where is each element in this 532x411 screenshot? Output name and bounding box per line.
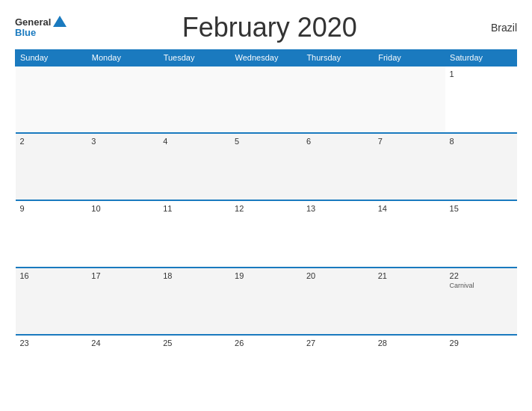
calendar-cell: 18 xyxy=(158,268,230,335)
day-header-saturday: Saturday xyxy=(445,50,517,67)
day-number: 12 xyxy=(235,204,297,213)
day-number: 3 xyxy=(91,137,154,146)
calendar-cell: 13 xyxy=(302,200,374,268)
calendar-cell: 14 xyxy=(374,200,445,268)
day-number: 15 xyxy=(450,204,513,213)
day-number: 26 xyxy=(235,339,297,347)
day-header-sunday: Sunday xyxy=(16,50,87,67)
calendar-cell: 16 xyxy=(16,268,87,335)
calendar-cell: 28 xyxy=(374,335,445,402)
day-number: 27 xyxy=(306,339,369,347)
calendar-cell: 11 xyxy=(158,200,230,268)
day-number: 2 xyxy=(20,137,83,146)
day-number: 18 xyxy=(163,271,226,280)
month-title: February 2020 xyxy=(66,12,472,43)
calendar-table: SundayMondayTuesdayWednesdayThursdayFrid… xyxy=(15,49,517,402)
calendar-cell xyxy=(374,66,445,133)
calendar-cell: 4 xyxy=(158,133,230,200)
calendar-cell: 17 xyxy=(87,268,158,335)
day-number: 28 xyxy=(378,339,441,347)
day-number: 20 xyxy=(306,271,369,280)
calendar-cell: 15 xyxy=(445,200,517,268)
logo-general: General xyxy=(15,17,51,28)
calendar-cell: 6 xyxy=(302,133,374,200)
days-of-week-row: SundayMondayTuesdayWednesdayThursdayFrid… xyxy=(16,50,517,67)
calendar-page: General Blue February 2020 Brazil Sunday… xyxy=(0,0,532,411)
calendar-cell: 29 xyxy=(445,335,517,402)
day-number: 19 xyxy=(235,271,297,280)
day-number: 5 xyxy=(235,137,297,146)
calendar-cell: 25 xyxy=(158,335,230,402)
calendar-cell: 20 xyxy=(302,268,374,335)
calendar-cell: 8 xyxy=(445,133,517,200)
calendar-body: 12345678910111213141516171819202122Carni… xyxy=(16,66,517,402)
header: General Blue February 2020 Brazil xyxy=(15,12,517,43)
day-number: 16 xyxy=(20,271,83,280)
day-number: 25 xyxy=(163,339,226,347)
calendar-cell: 23 xyxy=(16,335,87,402)
day-number: 17 xyxy=(91,271,154,280)
day-header-tuesday: Tuesday xyxy=(158,50,230,67)
calendar-cell: 22Carnival xyxy=(445,268,517,335)
calendar-cell: 24 xyxy=(87,335,158,402)
calendar-cell: 19 xyxy=(230,268,302,335)
calendar-header: SundayMondayTuesdayWednesdayThursdayFrid… xyxy=(16,50,517,67)
day-number: 8 xyxy=(450,137,513,146)
week-row-1: 1 xyxy=(16,66,517,133)
day-number: 4 xyxy=(163,137,226,146)
calendar-cell xyxy=(302,66,374,133)
day-number: 23 xyxy=(20,339,83,347)
day-number: 29 xyxy=(450,339,513,347)
day-header-thursday: Thursday xyxy=(302,50,374,67)
day-number: 13 xyxy=(306,204,369,213)
calendar-cell: 10 xyxy=(87,200,158,268)
day-number: 6 xyxy=(306,137,369,146)
logo: General Blue xyxy=(15,17,66,39)
logo-triangle-icon xyxy=(53,16,66,27)
day-number: 10 xyxy=(91,204,154,213)
calendar-cell: 3 xyxy=(87,133,158,200)
day-number: 22 xyxy=(450,271,513,280)
calendar-cell xyxy=(16,66,87,133)
calendar-cell: 27 xyxy=(302,335,374,402)
week-row-4: 16171819202122Carnival xyxy=(16,268,517,335)
day-number: 21 xyxy=(378,271,441,280)
day-header-monday: Monday xyxy=(87,50,158,67)
calendar-cell: 2 xyxy=(16,133,87,200)
day-number: 11 xyxy=(163,204,226,213)
day-number: 9 xyxy=(20,204,83,213)
week-row-5: 23242526272829 xyxy=(16,335,517,402)
calendar-cell xyxy=(230,66,302,133)
logo-blue: Blue xyxy=(15,28,66,38)
calendar-cell: 9 xyxy=(16,200,87,268)
logo-row1: General xyxy=(15,17,66,28)
calendar-cell xyxy=(87,66,158,133)
logo-block: General Blue xyxy=(15,17,66,39)
calendar-cell: 26 xyxy=(230,335,302,402)
calendar-cell xyxy=(158,66,230,133)
calendar-cell: 5 xyxy=(230,133,302,200)
week-row-2: 2345678 xyxy=(16,133,517,200)
calendar-cell: 7 xyxy=(374,133,445,200)
calendar-cell: 12 xyxy=(230,200,302,268)
day-number: 24 xyxy=(91,339,154,347)
day-header-friday: Friday xyxy=(374,50,445,67)
day-number: 14 xyxy=(378,204,441,213)
day-header-wednesday: Wednesday xyxy=(230,50,302,67)
calendar-cell: 21 xyxy=(374,268,445,335)
calendar-cell: 1 xyxy=(445,66,517,133)
event-label: Carnival xyxy=(450,282,513,289)
day-number: 1 xyxy=(450,69,513,78)
week-row-3: 9101112131415 xyxy=(16,200,517,268)
country-label: Brazil xyxy=(472,22,517,34)
day-number: 7 xyxy=(378,137,441,146)
